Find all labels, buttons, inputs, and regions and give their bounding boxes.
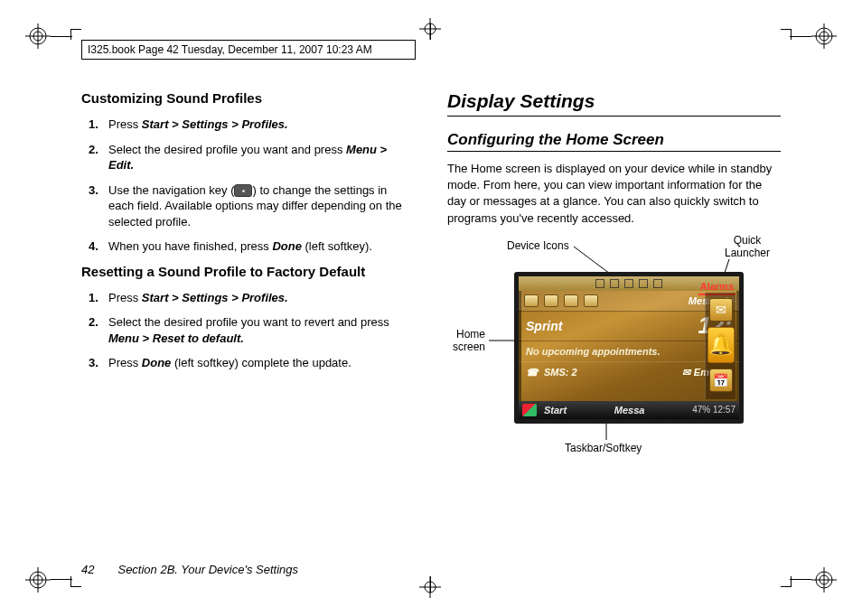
status-icon <box>639 279 648 288</box>
step-text: Press <box>108 356 142 369</box>
step-text: (left softkey). <box>305 239 372 253</box>
step-item: 3. Use the navigation key () to change t… <box>94 182 415 230</box>
header-note: I325.book Page 42 Tuesday, December 11, … <box>81 40 416 60</box>
bell-icon: 🔔 <box>707 327 735 363</box>
step-number: 3. <box>89 355 98 371</box>
steps-customizing: 1. Press Start > Settings > Profiles. 2.… <box>81 117 415 255</box>
quick-launch-item: ✉ <box>709 298 733 322</box>
step-item: 3. Press Done (left softkey) complete th… <box>94 355 415 371</box>
step-item: 2. Select the desired profile you want t… <box>94 314 415 346</box>
status-icon <box>595 279 604 288</box>
step-number: 2. <box>89 314 98 331</box>
step-text: When you have finished, press <box>108 239 272 253</box>
step-number: 1. <box>89 117 98 133</box>
step-text: Select the desired profile you want to r… <box>108 315 389 329</box>
taskbar: Start Messa 47% 12:57 <box>519 401 739 419</box>
heading-resetting-profile: Resetting a Sound Profile to Factory Def… <box>81 264 415 279</box>
registration-mark-icon <box>25 567 51 593</box>
registration-mark-icon <box>811 567 837 593</box>
page-footer: 42 Section 2B. Your Device's Settings <box>81 563 781 576</box>
step-bold: Start > Settings > Profiles. <box>142 117 288 131</box>
start-softkey: Start <box>544 405 567 415</box>
carrier-label: Sprint <box>526 319 562 333</box>
section-label: Section 2B. Your Device's Settings <box>117 563 298 576</box>
status-icon <box>653 279 662 288</box>
step-item: 1. Press Start > Settings > Profiles. <box>94 290 415 306</box>
sms-label: SMS: 2 <box>544 367 577 378</box>
envelope-icon: ✉ <box>682 367 690 378</box>
crop-tick <box>790 579 811 580</box>
device-screenshot: Alarms Messagin Sprint 12: No upcoming a… <box>514 272 744 424</box>
crop-center-icon <box>419 576 441 598</box>
home-screen-diagram: Device Icons Quick Launcher Home screen … <box>447 236 781 471</box>
registration-mark-icon <box>25 23 51 49</box>
step-text: Press <box>108 117 142 131</box>
calendar-icon <box>544 294 558 307</box>
left-column: Customizing Sound Profiles 1. Press Star… <box>81 90 415 471</box>
ie-icon <box>584 294 598 307</box>
step-text: Press <box>108 291 142 304</box>
step-bold: Done <box>272 239 305 253</box>
status-icon <box>610 279 619 288</box>
step-item: 4. When you have finished, press Done (l… <box>94 238 415 255</box>
quick-launch-item: 📅 <box>709 369 733 392</box>
status-icon <box>624 279 633 288</box>
heading-configuring-home-screen: Configuring the Home Screen <box>447 131 781 152</box>
step-item: 1. Press Start > Settings > Profiles. <box>94 117 415 133</box>
phone-icon: ☎ <box>526 367 539 378</box>
messa-softkey: Messa <box>574 405 685 415</box>
step-number: 1. <box>89 290 98 306</box>
windows-logo-icon <box>522 404 537 416</box>
body-paragraph: The Home screen is displayed on your dev… <box>447 161 781 227</box>
crop-tick <box>790 36 811 37</box>
steps-resetting: 1. Press Start > Settings > Profiles. 2.… <box>81 290 415 371</box>
navigation-key-icon <box>234 184 252 197</box>
heading-display-settings: Display Settings <box>447 90 781 117</box>
crop-tick <box>51 36 72 37</box>
battery-clock: 47% 12:57 <box>692 405 736 415</box>
page-number: 42 <box>81 563 94 576</box>
step-item: 2. Select the desired profile you want a… <box>94 142 415 173</box>
heading-customizing-sound-profiles: Customizing Sound Profiles <box>81 90 415 106</box>
mail-icon <box>524 294 539 307</box>
step-number: 2. <box>89 142 98 158</box>
step-bold: Start > Settings > Profiles. <box>142 291 288 304</box>
step-number: 3. <box>89 182 98 199</box>
registration-mark-icon <box>811 23 837 49</box>
crop-tick <box>51 579 72 580</box>
crop-center-icon <box>419 18 441 40</box>
quick-launcher-column: ✉ 🔔 📅 <box>705 293 736 399</box>
step-text: (left softkey) complete the update. <box>174 356 351 369</box>
step-bold: Done <box>142 356 174 369</box>
step-text: Use the navigation key ( <box>108 183 234 197</box>
step-number: 4. <box>89 238 98 255</box>
step-bold: Menu > Reset to default. <box>108 331 244 345</box>
contacts-icon <box>564 294 578 307</box>
step-text: Select the desired profile you want and … <box>108 143 346 156</box>
right-column: Display Settings Configuring the Home Sc… <box>447 90 781 471</box>
